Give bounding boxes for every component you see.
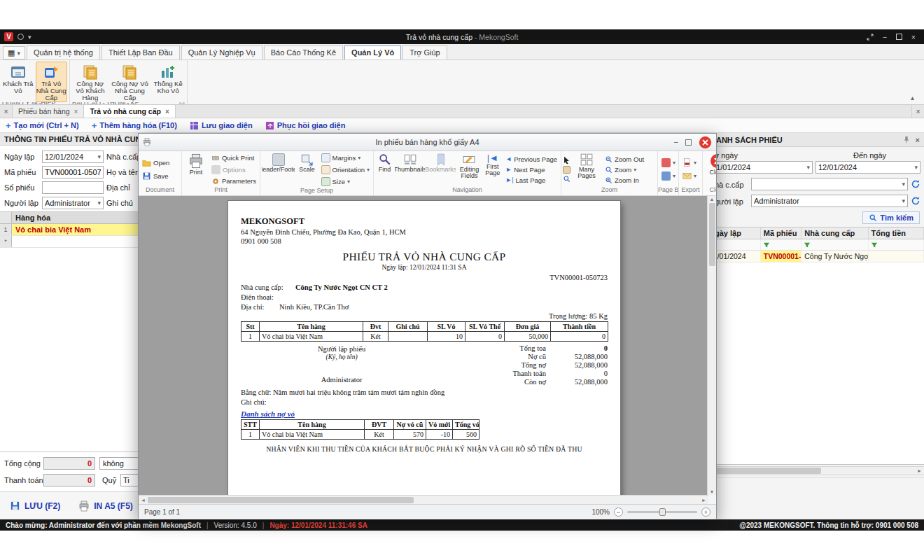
options-button[interactable]: Options: [209, 164, 258, 175]
close-icon[interactable]: ×: [916, 136, 920, 144]
orientation-button[interactable]: Orientation ▾: [319, 164, 372, 175]
pointer-tool-icon[interactable]: [563, 156, 570, 164]
maximize-icon[interactable]: [685, 139, 692, 146]
nha-cung-cap-filter-combo[interactable]: ▾: [751, 178, 908, 190]
ribbon-tab-tro-giup[interactable]: Trợ Giúp: [402, 46, 447, 59]
size-button[interactable]: Size ▾: [319, 176, 372, 187]
filter-cell[interactable]: [869, 239, 924, 250]
magnifier-tool-icon[interactable]: [563, 175, 570, 183]
many-pages-button[interactable]: Many Pages: [571, 153, 602, 186]
vertical-scrollbar[interactable]: ▲ ▼: [707, 196, 716, 495]
editing-fields-button[interactable]: Editing Fields: [456, 153, 482, 186]
save-button[interactable]: Save: [140, 171, 172, 181]
thong-ke-kho-vo-button[interactable]: Thống Kê Kho Vỏ: [151, 62, 185, 102]
ribbon-tab-quan-ly-nghiep-vu[interactable]: Quản Lý Nghiệp Vụ: [181, 46, 262, 59]
save-button[interactable]: LƯU (F2): [10, 500, 60, 511]
close-all-tabs-icon[interactable]: ×: [911, 105, 924, 118]
minimize-icon[interactable]: −: [883, 33, 887, 41]
zoom-in-icon[interactable]: +: [701, 507, 710, 517]
zoom-out-icon[interactable]: −: [614, 507, 623, 517]
tu-ngay-combo[interactable]: 01/01/2024 ▾: [709, 161, 813, 174]
scroll-up-icon[interactable]: ▲: [710, 197, 715, 202]
refresh-icon[interactable]: [911, 196, 920, 206]
ribbon-collapse-icon[interactable]: ▴: [911, 94, 914, 102]
previous-page-button[interactable]: ◄ Previous Page: [503, 155, 559, 164]
ngay-lap-combo[interactable]: 12/01/2024 ▾: [42, 150, 104, 163]
page-color-button[interactable]: ▾: [659, 158, 678, 168]
refresh-icon[interactable]: [911, 179, 920, 189]
zoom-in-button[interactable]: Zoom In: [603, 176, 646, 185]
hand-tool-icon[interactable]: [563, 166, 570, 174]
scrollbar-thumb[interactable]: [709, 203, 715, 266]
pin-icon[interactable]: [903, 136, 910, 144]
cell-tong-tien[interactable]: [869, 251, 924, 262]
maximize-icon[interactable]: [896, 34, 902, 40]
header-footer-button[interactable]: Header/Footer: [262, 153, 295, 187]
watermark-button[interactable]: ▾: [659, 171, 678, 181]
send-email-button[interactable]: ▾: [680, 171, 699, 181]
add-item-button[interactable]: + Thêm hàng hóa (F10): [92, 120, 177, 131]
close-icon[interactable]: ×: [165, 108, 169, 115]
table-row[interactable]: 12/01/2024 TVN00001-... Công Ty Nước Ngọ…: [706, 251, 924, 262]
print-a5-button[interactable]: IN A5 (F5): [78, 500, 133, 512]
tab-phieu-ban-hang[interactable]: Phiếu bán hàng ×: [13, 105, 84, 118]
scroll-right-icon[interactable]: ►: [915, 467, 924, 475]
ribbon-tab-thiet-lap-ban-dau[interactable]: Thiết Lập Ban Đầu: [102, 46, 180, 59]
ribbon-tab-quan-tri-he-thong[interactable]: Quản trị hệ thống: [27, 46, 100, 59]
preview-surface[interactable]: MEKONGSOFT 64 Nguyễn Đình Chiểu, Phường …: [139, 196, 716, 495]
search-button[interactable]: Tìm kiếm: [862, 211, 920, 224]
close-preview-button[interactable]: Close: [708, 153, 716, 186]
app-menu-button[interactable]: ▦ ▾: [3, 46, 25, 59]
quick-access-caret-icon[interactable]: ▾: [28, 34, 31, 41]
print-button[interactable]: Print: [183, 153, 209, 186]
tab-tra-vo-nha-cung-cap[interactable]: Trả vỏ nhà cung cấp ×: [84, 105, 175, 118]
zoom-button[interactable]: Zoom ▾: [603, 165, 646, 174]
close-icon[interactable]: ×: [74, 108, 78, 115]
column-header-ma-phieu[interactable]: Mã phiếu: [761, 227, 802, 239]
scrollbar-thumb[interactable]: [716, 468, 821, 474]
fullscreen-icon[interactable]: [867, 34, 874, 41]
minimize-icon[interactable]: −: [674, 138, 678, 146]
nguoi-lap-combo[interactable]: Administrator ▾: [42, 197, 104, 209]
scroll-left-icon[interactable]: ◄: [139, 496, 148, 504]
save-layout-button[interactable]: Lưu giao diện: [190, 121, 253, 130]
den-ngay-combo[interactable]: 12/01/2024 ▾: [816, 161, 920, 174]
dialog-launcher-icon[interactable]: ⊙: [179, 102, 185, 104]
parameters-button[interactable]: Parameters: [209, 176, 258, 186]
margins-button[interactable]: Margins ▾: [319, 153, 372, 163]
horizontal-scrollbar[interactable]: ◄ ►: [706, 466, 924, 475]
dialog-titlebar[interactable]: In phiếu bán hàng khổ giấy A4 −: [139, 134, 716, 151]
next-page-button[interactable]: ► Next Page: [503, 165, 559, 174]
tra-vo-nha-cung-cap-button[interactable]: Trả Vỏ Nhà Cung Cấp: [36, 62, 68, 102]
khach-tra-vo-button[interactable]: Khách Trả Vỏ: [2, 62, 34, 102]
scrollbar-thumb[interactable]: [148, 497, 414, 503]
nguoi-lap-filter-combo[interactable]: Administrator ▾: [751, 195, 908, 207]
ma-phieu-input[interactable]: [42, 166, 104, 178]
new-record-button[interactable]: + Tạo mới (Ctrl + N): [6, 120, 79, 131]
ribbon-tab-quan-ly-vo[interactable]: Quản Lý Vỏ: [344, 46, 401, 59]
zoom-out-button[interactable]: Zoom Out: [603, 155, 646, 164]
zoom-slider-thumb[interactable]: [659, 508, 666, 516]
cong-no-vo-nha-cung-cap-button[interactable]: Công Nợ Vỏ Nhà Cung Cấp: [110, 62, 150, 102]
cong-no-vo-khach-hang-button[interactable]: Công Nợ Vỏ Khách Hàng: [72, 62, 108, 102]
scale-button[interactable]: Scale: [295, 153, 318, 187]
restore-layout-button[interactable]: Phục hồi giao diện: [265, 121, 346, 130]
horizontal-scrollbar[interactable]: ◄ ►: [139, 495, 708, 504]
cell-nha-cung-cap[interactable]: Công Ty Nước Ngọt ...: [802, 251, 868, 262]
close-icon[interactable]: ×: [911, 33, 916, 41]
scroll-down-icon[interactable]: ▼: [710, 489, 715, 494]
last-page-button[interactable]: ►| Last Page: [503, 176, 559, 185]
close-tab-icon[interactable]: ×: [0, 105, 13, 118]
open-button[interactable]: Open: [140, 158, 172, 168]
scroll-right-icon[interactable]: ►: [699, 496, 708, 504]
quick-access-icon[interactable]: [18, 34, 24, 40]
filter-cell[interactable]: [802, 239, 868, 250]
first-page-button[interactable]: |◄ First Page: [482, 153, 503, 186]
ribbon-tab-bao-cao-thong-ke[interactable]: Báo Cáo Thống Kê: [264, 46, 343, 59]
bookmarks-button[interactable]: Bookmarks: [426, 153, 456, 186]
export-document-button[interactable]: ▾: [680, 158, 699, 168]
cell-ma-phieu[interactable]: TVN00001-...: [761, 251, 802, 262]
find-button[interactable]: Find: [375, 153, 394, 186]
quick-print-button[interactable]: Quick Print: [209, 153, 258, 163]
column-header-nha-cung-cap[interactable]: Nhà cung cấp: [802, 227, 868, 239]
